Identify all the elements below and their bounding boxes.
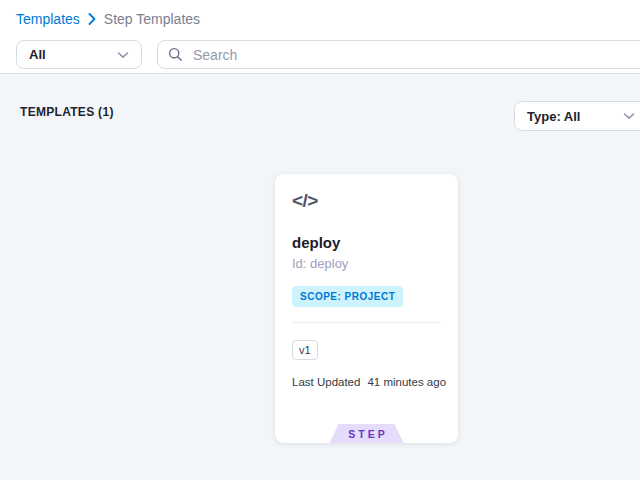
version-chip: v1	[292, 340, 318, 360]
page-header: Templates Step Templates All	[0, 0, 640, 74]
code-icon: </>	[292, 190, 318, 212]
type-filter-value: Type: All	[527, 109, 580, 124]
templates-count-label: TEMPLATES (1)	[20, 105, 114, 119]
breadcrumb-link-templates[interactable]: Templates	[16, 11, 80, 27]
step-templates-page: Templates Step Templates All TEMPLATES (…	[0, 0, 640, 480]
search-box[interactable]	[157, 40, 640, 69]
scope-filter-dropdown[interactable]: All	[16, 40, 142, 69]
scope-filter-value: All	[29, 47, 46, 62]
last-updated-value: 41 minutes ago	[367, 376, 446, 388]
template-type-tag: STEP	[330, 424, 404, 443]
last-updated-label: Last Updated	[292, 376, 360, 388]
breadcrumb-current-step-templates: Step Templates	[104, 11, 200, 27]
breadcrumb: Templates Step Templates	[16, 11, 200, 27]
template-title: deploy	[292, 234, 340, 251]
last-updated: Last Updated41 minutes ago	[292, 376, 446, 388]
search-input[interactable]	[191, 46, 639, 64]
template-id: Id: deploy	[292, 256, 348, 271]
type-filter-dropdown[interactable]: Type: All	[514, 101, 640, 131]
chevron-down-icon	[117, 51, 129, 59]
chevron-right-icon	[88, 13, 96, 25]
card-divider	[292, 322, 441, 323]
chevron-down-icon	[623, 112, 635, 120]
template-card-deploy[interactable]: </> deploy Id: deploy SCOPE: PROJECT v1 …	[275, 174, 458, 443]
search-icon	[168, 47, 183, 62]
scope-badge: SCOPE: PROJECT	[292, 286, 403, 307]
